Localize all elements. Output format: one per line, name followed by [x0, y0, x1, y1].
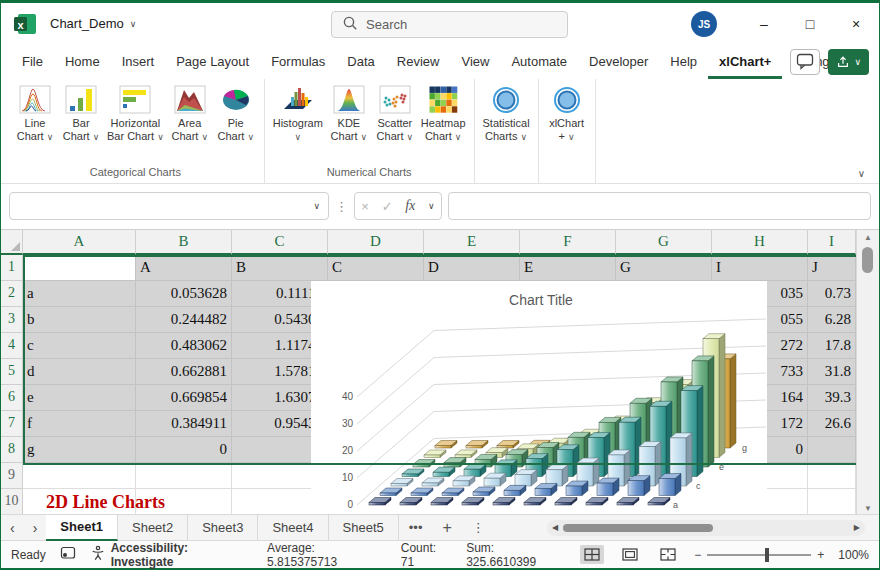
- zoom-slider[interactable]: −+: [694, 548, 824, 562]
- zoom-out-icon[interactable]: −: [694, 548, 701, 562]
- status-sum[interactable]: Sum: 325.6610399: [466, 541, 566, 569]
- share-button[interactable]: ∨: [828, 49, 869, 75]
- cell[interactable]: [23, 463, 136, 489]
- cell[interactable]: D: [424, 255, 520, 281]
- row-header-3[interactable]: 3: [1, 307, 23, 333]
- cell[interactable]: 0.384911: [136, 411, 232, 437]
- record-macro-icon[interactable]: [60, 546, 76, 563]
- cell[interactable]: 0.244482: [136, 307, 232, 333]
- status-average[interactable]: Average: 5.815375713: [267, 541, 387, 569]
- accessibility-status[interactable]: Accessibility: Investigate: [90, 541, 253, 569]
- cell[interactable]: 6.28: [808, 307, 856, 333]
- xlchart-button[interactable]: xlChart+ ∨: [544, 82, 590, 166]
- cancel-entry-icon[interactable]: ×: [361, 199, 369, 214]
- page-layout-view-button[interactable]: [618, 545, 642, 564]
- column-header-B[interactable]: B: [136, 230, 232, 255]
- zoom-in-icon[interactable]: +: [817, 548, 824, 562]
- horizontal-scroll-thumb[interactable]: [563, 524, 713, 532]
- search-input[interactable]: Search: [331, 11, 568, 38]
- collapse-ribbon-icon[interactable]: ∨: [858, 168, 865, 179]
- scatter-chart-button[interactable]: ScatterChart ∨: [372, 82, 418, 166]
- scroll-right-icon[interactable]: ▶: [854, 523, 860, 532]
- pie-chart-button[interactable]: PieChart ∨: [213, 82, 259, 166]
- column-header-D[interactable]: D: [328, 230, 424, 255]
- column-header-G[interactable]: G: [616, 230, 712, 255]
- cell[interactable]: 0.669854: [136, 385, 232, 411]
- cell[interactable]: B: [232, 255, 328, 281]
- row-header-1[interactable]: 1: [1, 255, 23, 281]
- cell[interactable]: c: [23, 333, 136, 359]
- column-header-A[interactable]: A: [23, 230, 136, 255]
- menu-tab-view[interactable]: View: [450, 45, 500, 79]
- cell[interactable]: I: [712, 255, 808, 281]
- column-header-C[interactable]: C: [232, 230, 328, 255]
- cell[interactable]: [136, 463, 232, 489]
- menu-tab-developer[interactable]: Developer: [578, 45, 659, 79]
- maximize-button[interactable]: □: [787, 3, 833, 45]
- cell[interactable]: [23, 255, 136, 281]
- line-chart-button[interactable]: LineChart ∨: [12, 82, 58, 166]
- row-header-5[interactable]: 5: [1, 359, 23, 385]
- cell[interactable]: g: [23, 437, 136, 463]
- cell[interactable]: [808, 437, 856, 463]
- cell[interactable]: 17.8: [808, 333, 856, 359]
- cell[interactable]: d: [23, 359, 136, 385]
- menu-tab-home[interactable]: Home: [54, 45, 111, 79]
- horizontal-bar-chart-button[interactable]: HorizontalBar Chart ∨: [104, 82, 167, 166]
- cell[interactable]: [808, 463, 856, 489]
- cell[interactable]: J: [808, 255, 856, 281]
- cell[interactable]: 26.6: [808, 411, 856, 437]
- cell[interactable]: A: [136, 255, 232, 281]
- sheet-options-kebab-icon[interactable]: ⋮: [462, 520, 495, 535]
- column-header-F[interactable]: F: [520, 230, 616, 255]
- cell[interactable]: 0.73: [808, 281, 856, 307]
- row-header-4[interactable]: 4: [1, 333, 23, 359]
- name-box[interactable]: ∨: [9, 192, 329, 220]
- row-header-7[interactable]: 7: [1, 411, 23, 437]
- bar-chart-button[interactable]: BarChart ∨: [58, 82, 104, 166]
- sheet-tab-sheet3[interactable]: Sheet3: [188, 515, 258, 541]
- menu-tab-xlchart-[interactable]: xlChart+: [708, 45, 782, 79]
- status-count[interactable]: Count: 71: [401, 541, 452, 569]
- cell[interactable]: a: [23, 281, 136, 307]
- column-header-E[interactable]: E: [424, 230, 520, 255]
- embedded-chart[interactable]: Chart Title010203040aceg: [311, 281, 767, 514]
- horizontal-scrollbar[interactable]: ◀ ▶: [547, 520, 865, 536]
- heatmap-chart-button[interactable]: HeatmapChart ∨: [418, 82, 469, 166]
- menu-tab-file[interactable]: File: [11, 45, 54, 79]
- minimize-button[interactable]: –: [741, 3, 787, 45]
- histogram-button[interactable]: Histogram∨: [270, 82, 326, 166]
- scroll-down-icon[interactable]: ▼: [857, 504, 879, 513]
- menu-tab-data[interactable]: Data: [336, 45, 385, 79]
- row-header-10[interactable]: 10: [1, 489, 23, 514]
- row-header-2[interactable]: 2: [1, 281, 23, 307]
- row-header-6[interactable]: 6: [1, 385, 23, 411]
- sheet-tab-sheet1[interactable]: Sheet1: [46, 515, 118, 541]
- close-button[interactable]: ×: [833, 3, 879, 45]
- scroll-up-icon[interactable]: ▲: [857, 233, 879, 242]
- cell[interactable]: f: [23, 411, 136, 437]
- cell[interactable]: G: [616, 255, 712, 281]
- sheet-tab-sheet5[interactable]: Sheet5: [329, 515, 399, 541]
- formula-bar-handle[interactable]: ⋮: [335, 199, 348, 214]
- cell[interactable]: e: [23, 385, 136, 411]
- vertical-scroll-thumb[interactable]: [862, 247, 873, 273]
- scroll-left-icon[interactable]: ◀: [552, 523, 558, 532]
- cell[interactable]: 31.8: [808, 359, 856, 385]
- vertical-scrollbar[interactable]: ▲ ▼: [856, 230, 879, 514]
- select-all-corner[interactable]: [1, 230, 23, 255]
- formula-input[interactable]: [448, 192, 871, 220]
- cell[interactable]: [808, 489, 856, 514]
- statistical-charts-button[interactable]: StatisticalCharts ∨: [480, 82, 533, 166]
- cell[interactable]: 0.053628: [136, 281, 232, 307]
- menu-tab-insert[interactable]: Insert: [111, 45, 166, 79]
- menu-tab-review[interactable]: Review: [386, 45, 451, 79]
- cell[interactable]: E: [520, 255, 616, 281]
- area-chart-button[interactable]: AreaChart ∨: [167, 82, 213, 166]
- cell[interactable]: 0: [136, 437, 232, 463]
- cell[interactable]: b: [23, 307, 136, 333]
- zoom-slider-thumb[interactable]: [765, 548, 769, 562]
- menu-tab-formulas[interactable]: Formulas: [260, 45, 336, 79]
- workbook-title[interactable]: Chart_Demo∨: [50, 16, 136, 31]
- cell[interactable]: 0.662881: [136, 359, 232, 385]
